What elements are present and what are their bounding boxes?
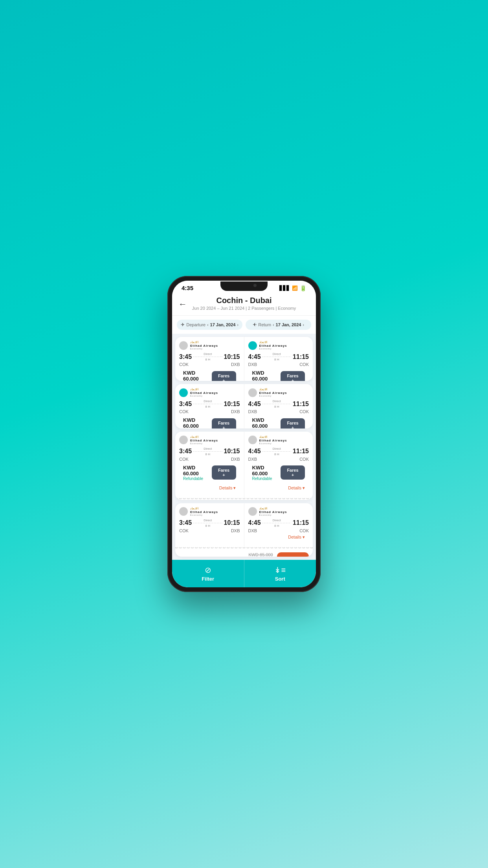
ret-airline-class: Economy bbox=[259, 442, 287, 445]
flight-rows: الاتحاد Etihad Airways Economy 3:45 Dire… bbox=[175, 337, 313, 381]
dep-to-code: DXB bbox=[231, 362, 240, 367]
ret-duration: 8 H bbox=[274, 358, 279, 361]
dep-from-code: COK bbox=[179, 409, 189, 414]
flight-list: الاتحاد Etihad Airways Economy 3:45 Dire… bbox=[172, 334, 316, 560]
ret-price-info: KWD 60.000 Refundable bbox=[252, 465, 281, 481]
summary-prices: KWD 85.000 KWD 80.000 Refundable bbox=[237, 552, 273, 557]
departure-selector[interactable]: ✈ Departure ‹ 17 Jan, 2024 › bbox=[177, 320, 242, 330]
page-subtitle: Jun 20 2024 – Jun 21 2024 | 2 Passengers… bbox=[178, 306, 310, 311]
summary-row: KWD 85.000 KWD 80.000 Refundable Select bbox=[175, 498, 313, 500]
ret-fares-button[interactable]: Fares + bbox=[281, 465, 305, 480]
dep-flight-times: 3:45 Direct 8 H 10:15 bbox=[179, 352, 240, 361]
ret-airline-arabic: الاتحاد bbox=[259, 507, 287, 510]
ret-airline-dot bbox=[248, 388, 257, 397]
bottom-bar: ⊘ Filter ↡≡ Sort bbox=[172, 560, 316, 587]
flight-rows: الاتحاد Etihad Airways Economy 3:45 Dire… bbox=[175, 384, 313, 428]
status-time: 4:35 bbox=[182, 285, 193, 291]
ret-airline-arabic: الاتحاد bbox=[259, 341, 287, 344]
return-right-arrow[interactable]: › bbox=[303, 323, 304, 327]
departure-left-arrow[interactable]: ‹ bbox=[207, 323, 208, 327]
filter-button[interactable]: ⊘ Filter bbox=[172, 560, 244, 587]
ret-flight-times: 4:45 Direct 8 H 11:15 bbox=[248, 447, 309, 456]
dep-flight-line bbox=[193, 451, 222, 452]
phone-shell: 4:35 ▋▋▋ 📶 🔋 ← Cochin - Dubai Jun 20 202… bbox=[167, 276, 321, 592]
departure-col: الاتحاد Etihad Airways Economy 3:45 Dire… bbox=[175, 337, 244, 381]
ret-depart-time: 4:45 bbox=[248, 448, 261, 455]
flight-rows: الاتحاد Etihad Airways Economy 3:45 Dire… bbox=[175, 432, 313, 498]
sort-label: Sort bbox=[275, 576, 285, 582]
ret-to-code: COK bbox=[299, 362, 309, 367]
dep-airport-row: COK DXB bbox=[179, 528, 240, 533]
ret-airline-row: الاتحاد Etihad Airways Economy bbox=[248, 436, 309, 445]
ret-details-link[interactable]: Details ▾ bbox=[288, 485, 305, 490]
ret-airline-dot bbox=[248, 436, 257, 444]
phone-screen: 4:35 ▋▋▋ 📶 🔋 ← Cochin - Dubai Jun 20 202… bbox=[172, 281, 316, 587]
dep-airline-info: الاتحاد Etihad Airways Economy bbox=[190, 507, 218, 516]
return-left-arrow[interactable]: ‹ bbox=[273, 323, 274, 327]
dep-duration: 8 H bbox=[205, 405, 210, 408]
dep-arrive-time: 10:15 bbox=[224, 353, 240, 360]
dep-airline-dot bbox=[179, 341, 188, 350]
dep-airport-row: COK DXB bbox=[179, 457, 240, 462]
dep-direct-info: Direct 8 H bbox=[193, 519, 222, 528]
ret-airport-row: DXB COK bbox=[248, 528, 309, 533]
sort-button[interactable]: ↡≡ Sort bbox=[244, 560, 316, 587]
original-price: KWD 85.000 bbox=[237, 552, 273, 557]
departure-label: Departure bbox=[186, 322, 205, 327]
dep-airline-row: الاتحاد Etihad Airways Economy bbox=[179, 388, 240, 397]
ret-price-row: KWD 60.000 Refundable Fares + bbox=[248, 414, 309, 428]
ret-airline-name: Etihad Airways bbox=[259, 510, 287, 514]
flight-rows: الاتحاد Etihad Airways Economy 3:45 Dire… bbox=[175, 503, 313, 548]
dep-price-row: KWD 60.000 Refundable Fares + bbox=[179, 367, 240, 381]
notch bbox=[220, 281, 268, 291]
ret-price-info: KWD 60.000 Refundable bbox=[252, 417, 281, 428]
wifi-icon: 📶 bbox=[292, 285, 298, 291]
ret-airline-name: Etihad Airways bbox=[259, 391, 287, 395]
ret-direct-label: Direct bbox=[273, 352, 281, 356]
ret-details-link[interactable]: Details ▾ bbox=[288, 535, 305, 539]
departure-plane-icon: ✈ bbox=[181, 322, 185, 327]
ret-airline-arabic: الاتحاد bbox=[259, 388, 287, 391]
dep-fares-button[interactable]: Fares + bbox=[212, 465, 236, 480]
ret-airport-row: DXB COK bbox=[248, 457, 309, 462]
dep-from-code: COK bbox=[179, 457, 189, 462]
return-col: الاتحاد Etihad Airways Economy 4:45 Dire… bbox=[244, 384, 313, 428]
ret-airline-info: الاتحاد Etihad Airways Economy bbox=[259, 507, 287, 516]
dep-flight-line bbox=[193, 523, 222, 523]
return-col: الاتحاد Etihad Airways Economy 4:45 Dire… bbox=[244, 503, 313, 547]
ret-fares-button[interactable]: Fares + bbox=[281, 371, 305, 381]
dep-details-link[interactable]: Details ▾ bbox=[219, 485, 236, 490]
departure-right-arrow[interactable]: › bbox=[237, 323, 238, 327]
dep-flight-times: 3:45 Direct 8 H 10:15 bbox=[179, 447, 240, 456]
ret-direct-info: Direct 8 H bbox=[262, 447, 292, 456]
ret-flight-times: 4:45 Direct 8 H 11:15 bbox=[248, 519, 309, 528]
return-selector[interactable]: ✈ Return ‹ 17 Jan, 2024 › bbox=[246, 320, 311, 330]
dep-airline-row: الاتحاد Etihad Airways Economy bbox=[179, 507, 240, 516]
dep-direct-label: Direct bbox=[204, 352, 212, 356]
ret-arrive-time: 11:15 bbox=[293, 448, 309, 455]
date-selectors: ✈ Departure ‹ 17 Jan, 2024 › ✈ Return ‹ … bbox=[172, 316, 316, 334]
dep-airline-name: Etihad Airways bbox=[190, 344, 218, 348]
select-button[interactable]: Select bbox=[277, 552, 309, 557]
dep-duration: 8 H bbox=[205, 524, 210, 528]
dep-direct-info: Direct 8 H bbox=[193, 399, 222, 408]
dep-price-info: KWD 60.000 Refundable bbox=[183, 370, 212, 381]
ret-fares-button[interactable]: Fares + bbox=[281, 418, 305, 428]
status-icons: ▋▋▋ 📶 🔋 bbox=[279, 285, 306, 291]
return-plane-icon: ✈ bbox=[253, 322, 257, 327]
dep-price-amount: KWD 60.000 bbox=[183, 417, 212, 428]
ret-airline-class: Economy bbox=[259, 395, 287, 397]
dep-direct-label: Direct bbox=[204, 399, 212, 403]
ret-airline-arabic: الاتحاد bbox=[259, 436, 287, 439]
dep-arrive-time: 10:15 bbox=[224, 401, 240, 408]
dep-to-code: DXB bbox=[231, 528, 240, 533]
dep-fares-button[interactable]: Fares + bbox=[212, 418, 236, 428]
dep-price-info: KWD 60.000 Refundable bbox=[183, 465, 212, 481]
dep-arrive-time: 10:15 bbox=[224, 519, 240, 526]
dep-airline-class: Economy bbox=[190, 442, 218, 445]
dep-fares-button[interactable]: Fares + bbox=[212, 371, 236, 381]
ret-airport-row: DXB COK bbox=[248, 409, 309, 414]
back-button[interactable]: ← bbox=[178, 299, 187, 309]
dep-details-row: Details ▾ bbox=[179, 484, 240, 494]
departure-col: الاتحاد Etihad Airways Economy 3:45 Dire… bbox=[175, 384, 244, 428]
